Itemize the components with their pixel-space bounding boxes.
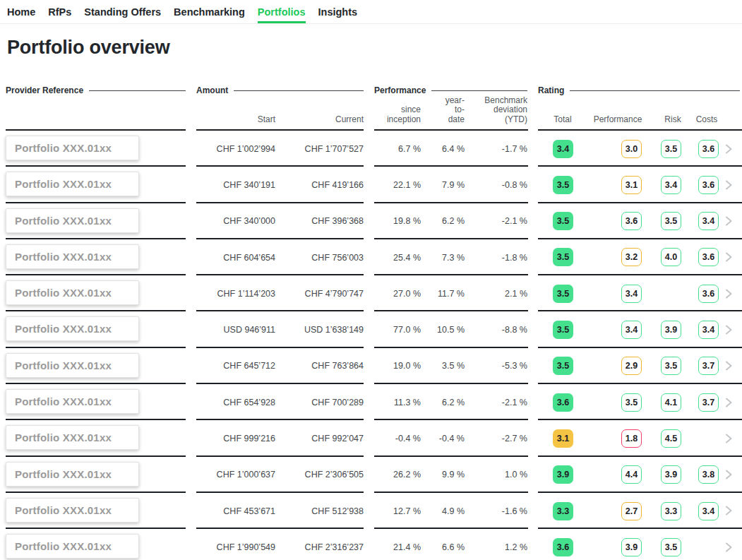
nav-item-standing-offers[interactable]: Standing Offers xyxy=(84,0,161,23)
rating-costs-badge-slot: 3.4 xyxy=(698,212,719,230)
portfolio-row[interactable]: Portfolio XXX.01xx CHF 453’671 CHF 512’9… xyxy=(0,493,742,529)
performance-ytd-value: 6.2 % xyxy=(442,384,465,420)
portfolio-name: Portfolio XXX.01xx xyxy=(15,540,112,552)
portfolio-name-card[interactable]: Portfolio XXX.01xx xyxy=(6,316,139,341)
chevron-right-icon[interactable] xyxy=(724,323,734,336)
portfolio-row[interactable]: Portfolio XXX.01xx CHF 1’990’549 CHF 2’3… xyxy=(0,529,742,560)
performance-benchmark-deviation-value: -5.3 % xyxy=(502,348,527,384)
rating-total-badge-slot: 3.6 xyxy=(553,393,573,412)
nav-item-benchmarking[interactable]: Benchmarking xyxy=(174,0,245,23)
chevron-right-icon[interactable] xyxy=(724,468,734,481)
chevron-right-icon[interactable] xyxy=(724,541,734,554)
rating-total-badge-slot: 3.5 xyxy=(553,248,573,266)
portfolio-row[interactable]: Portfolio XXX.01xx CHF 645’712 CHF 763’8… xyxy=(0,348,742,384)
amount-start-value: CHF 1’000’637 xyxy=(217,457,275,493)
portfolio-name-card[interactable]: Portfolio XXX.01xx xyxy=(6,498,139,523)
portfolio-row[interactable]: Portfolio XXX.01xx CHF 1’002’994 CHF 1’7… xyxy=(0,131,742,167)
portfolio-name-card[interactable]: Portfolio XXX.01xx xyxy=(6,280,139,305)
rating-costs-badge-slot: 3.4 xyxy=(698,502,719,520)
chevron-right-icon[interactable] xyxy=(724,396,734,409)
rating-risk-badge-slot: 4.1 xyxy=(661,393,681,412)
rating-performance-badge: 2.7 xyxy=(621,502,642,520)
nav-item-portfolios[interactable]: Portfolios xyxy=(258,0,306,23)
rating-performance-badge: 3.4 xyxy=(621,321,642,339)
performance-since-inception-value: -0.4 % xyxy=(395,420,421,456)
performance-ytd-value: 3.5 % xyxy=(442,348,465,384)
amount-start-value: CHF 1’990’549 xyxy=(217,529,275,560)
portfolio-row[interactable]: Portfolio XXX.01xx CHF 340’191 CHF 419’1… xyxy=(0,167,742,203)
rating-risk-badge: 4.0 xyxy=(661,248,681,266)
chevron-right-icon[interactable] xyxy=(724,251,734,263)
rating-costs-badge-slot: 3.7 xyxy=(698,393,719,412)
portfolio-name-card[interactable]: Portfolio XXX.01xx xyxy=(6,534,139,559)
rating-risk-badge-slot: 3.5 xyxy=(661,538,681,556)
portfolio-row[interactable]: Portfolio XXX.01xx USD 946’911 USD 1’638… xyxy=(0,311,742,347)
portfolio-name: Portfolio XXX.01xx xyxy=(15,395,112,407)
chevron-right-icon[interactable] xyxy=(724,215,734,227)
portfolio-row[interactable]: Portfolio XXX.01xx CHF 654’928 CHF 700’2… xyxy=(0,384,742,420)
performance-since-inception-value: 19.8 % xyxy=(393,203,421,239)
amount-start-value: CHF 340’191 xyxy=(223,167,275,203)
rating-total-badge: 3.1 xyxy=(553,429,573,448)
rating-costs-badge: 3.6 xyxy=(698,176,719,194)
chevron-right-icon[interactable] xyxy=(724,179,734,191)
portfolio-row[interactable]: Portfolio XXX.01xx CHF 1’114’203 CHF 4’7… xyxy=(0,275,742,311)
portfolio-row[interactable]: Portfolio XXX.01xx CHF 604’654 CHF 756’0… xyxy=(0,239,742,275)
rating-performance-badge: 3.1 xyxy=(621,176,642,194)
performance-ytd-value: -0.4 % xyxy=(439,420,465,456)
portfolio-row[interactable]: Portfolio XXX.01xx CHF 999’216 CHF 992’0… xyxy=(0,420,742,456)
chevron-right-icon[interactable] xyxy=(724,143,734,155)
rating-total-badge: 3.6 xyxy=(553,393,573,412)
portfolio-row[interactable]: Portfolio XXX.01xx CHF 1’000’637 CHF 2’3… xyxy=(0,457,742,493)
rating-performance-badge-slot: 3.1 xyxy=(621,176,642,194)
chevron-right-icon[interactable] xyxy=(724,359,734,372)
amount-current-value: CHF 700’289 xyxy=(311,384,364,420)
portfolio-name-card[interactable]: Portfolio XXX.01xx xyxy=(6,462,139,487)
amount-current-value: CHF 2’306’505 xyxy=(305,457,364,493)
nav-item-rfps[interactable]: RfPs xyxy=(48,0,71,23)
rating-total-badge: 3.5 xyxy=(553,212,573,230)
rating-risk-badge: 4.5 xyxy=(661,429,681,448)
portfolio-name: Portfolio XXX.01xx xyxy=(15,178,112,190)
rating-performance-badge: 3.5 xyxy=(621,393,642,412)
portfolio-name: Portfolio XXX.01xx xyxy=(15,504,112,516)
performance-benchmark-deviation-value: -1.8 % xyxy=(502,239,527,275)
amount-current-value: CHF 1’707’527 xyxy=(305,131,364,167)
page-title: Portfolio overview xyxy=(7,37,169,59)
performance-ytd-value: 6.6 % xyxy=(442,529,465,560)
chevron-right-icon[interactable] xyxy=(724,287,734,300)
col-header-performance: Performance xyxy=(590,115,646,125)
performance-ytd-value: 6.2 % xyxy=(442,203,465,239)
rating-total-badge: 3.6 xyxy=(553,538,573,556)
rating-performance-badge-slot: 3.5 xyxy=(621,393,642,412)
portfolio-name-card[interactable]: Portfolio XXX.01xx xyxy=(6,136,139,160)
portfolio-name: Portfolio XXX.01xx xyxy=(15,215,112,227)
rating-risk-badge: 3.9 xyxy=(661,321,681,339)
nav-item-insights[interactable]: Insights xyxy=(318,0,358,23)
rating-risk-badge-slot: 3.5 xyxy=(661,212,681,230)
portfolio-name-card[interactable]: Portfolio XXX.01xx xyxy=(6,172,139,196)
portfolio-row[interactable]: Portfolio XXX.01xx CHF 340’000 CHF 396’3… xyxy=(0,203,742,239)
nav-item-home[interactable]: Home xyxy=(7,0,35,23)
rating-risk-badge-slot: 3.4 xyxy=(661,176,681,194)
portfolio-name-card[interactable]: Portfolio XXX.01xx xyxy=(6,425,139,450)
portfolio-name-card[interactable]: Portfolio XXX.01xx xyxy=(6,353,139,378)
portfolio-name-card[interactable]: Portfolio XXX.01xx xyxy=(6,389,139,414)
chevron-right-icon[interactable] xyxy=(724,432,734,445)
rating-performance-badge-slot: 3.9 xyxy=(621,538,642,556)
rating-performance-badge-slot: 2.9 xyxy=(621,357,642,375)
performance-since-inception-value: 27.0 % xyxy=(393,275,421,311)
rating-costs-badge-slot: 3.8 xyxy=(698,465,719,484)
rating-costs-badge: 3.4 xyxy=(698,212,719,230)
portfolio-name: Portfolio XXX.01xx xyxy=(15,142,112,154)
rating-performance-badge-slot: 3.6 xyxy=(621,212,642,230)
portfolio-name-card[interactable]: Portfolio XXX.01xx xyxy=(6,208,139,233)
performance-benchmark-deviation-value: -8.8 % xyxy=(502,311,527,347)
rating-total-badge-slot: 3.5 xyxy=(553,212,573,230)
chevron-right-icon[interactable] xyxy=(724,504,734,517)
rating-risk-badge-slot: 3.9 xyxy=(661,465,681,484)
portfolio-name-card[interactable]: Portfolio XXX.01xx xyxy=(6,244,139,269)
rating-risk-badge-slot: 3.5 xyxy=(661,357,681,375)
rating-risk-badge: 3.5 xyxy=(661,212,681,230)
performance-benchmark-deviation-value: -1.6 % xyxy=(502,493,527,529)
